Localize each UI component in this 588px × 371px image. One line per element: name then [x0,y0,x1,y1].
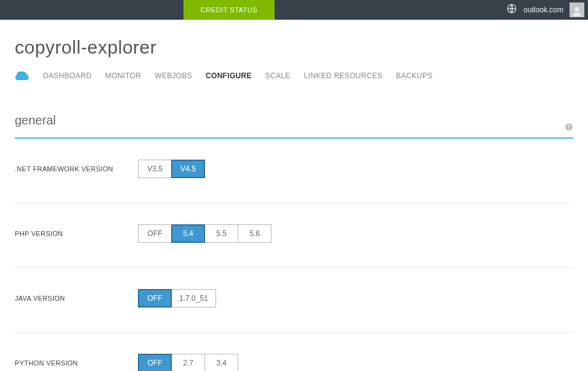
setting-java: JAVA VERSION OFF 1.7.0_51 [15,289,573,333]
setting-php: PHP VERSION OFF 5.4 5.5 5.6 [15,224,573,268]
python-option-34[interactable]: 3.4 [204,354,238,371]
java-option-17051[interactable]: 1.7.0_51 [171,289,216,308]
segmented-net: V3.5 V4.5 [138,160,205,178]
tab-linked-resources[interactable]: LINKED RESOURCES [304,71,383,80]
content-area: copyroll-explorer DASHBOARD MONITOR WEBJ… [0,20,588,371]
credit-status-button[interactable]: CREDIT STATUS [183,0,275,20]
php-option-off[interactable]: OFF [138,224,172,243]
php-option-54[interactable]: 5.4 [171,224,205,243]
tab-configure[interactable]: CONFIGURE [206,71,252,80]
tab-dashboard[interactable]: DASHBOARD [43,71,92,80]
topbar-right: outlook.com [506,2,588,17]
net-option-v45[interactable]: V4.5 [171,160,205,178]
help-icon[interactable]: ? [565,123,573,134]
segmented-java: OFF 1.7.0_51 [138,289,216,308]
setting-label-python: PYTHON VERSION [15,359,138,367]
tabs: DASHBOARD MONITOR WEBJOBS CONFIGURE SCAL… [15,69,573,83]
topbar: CREDIT STATUS outlook.com [0,0,588,20]
account-label[interactable]: outlook.com [523,6,563,14]
tab-webjobs[interactable]: WEBJOBS [155,71,192,80]
php-option-55[interactable]: 5.5 [204,224,238,243]
section-title: general [15,113,56,128]
python-option-off[interactable]: OFF [138,354,172,371]
setting-net-framework: .NET FRAMEWORK VERSION V3.5 V4.5 [15,160,573,203]
setting-python: PYTHON VERSION OFF 2.7 3.4 [15,354,573,371]
svg-point-1 [575,7,579,11]
tab-scale[interactable]: SCALE [265,71,291,80]
section-header: general ? [15,113,573,139]
segmented-php: OFF 5.4 5.5 5.6 [138,224,272,243]
tab-monitor[interactable]: MONITOR [105,71,142,80]
setting-label-php: PHP VERSION [15,230,138,237]
globe-icon[interactable] [506,3,517,17]
svg-text:?: ? [568,124,571,130]
java-option-off[interactable]: OFF [138,289,172,308]
cloud-icon [15,69,30,83]
setting-label-net: .NET FRAMEWORK VERSION [15,165,138,173]
segmented-python: OFF 2.7 3.4 [138,354,238,371]
python-option-27[interactable]: 2.7 [171,354,205,371]
php-option-56[interactable]: 5.6 [238,224,272,243]
net-option-v35[interactable]: V3.5 [138,160,172,178]
page-title: copyroll-explorer [15,37,573,58]
tab-backups[interactable]: BACKUPS [396,71,432,80]
topbar-left: CREDIT STATUS [0,0,275,20]
setting-label-java: JAVA VERSION [15,295,138,302]
avatar[interactable] [570,2,584,17]
